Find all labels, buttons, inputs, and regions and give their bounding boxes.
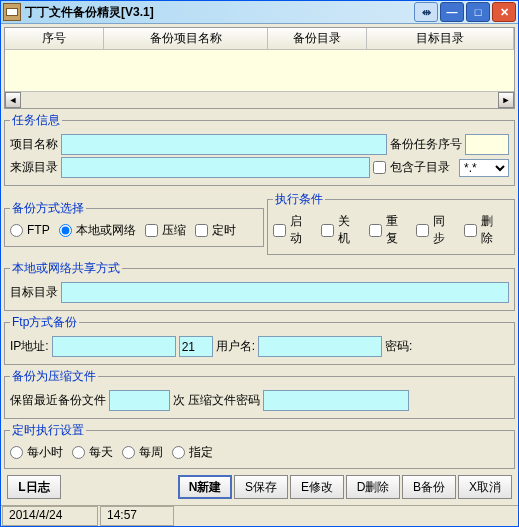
- method-group: 备份方式选择 FTP 本地或网络 压缩 定时: [4, 200, 264, 247]
- method-local-radio[interactable]: 本地或网络: [59, 222, 136, 239]
- zip-count-input[interactable]: [109, 390, 170, 411]
- task-info-legend: 任务信息: [10, 112, 62, 129]
- ftp-legend: Ftp方式备份: [10, 314, 79, 331]
- cond-group: 执行条件 启动 关机 重复 同步 删除: [267, 191, 515, 255]
- sched-group: 定时执行设置 每小时 每天 每周 指定: [4, 422, 515, 469]
- sched-hourly-radio[interactable]: 每小时: [10, 444, 63, 461]
- log-button[interactable]: L日志: [7, 475, 61, 499]
- pattern-select[interactable]: *.*: [459, 159, 509, 177]
- close-button[interactable]: ✕: [492, 2, 516, 22]
- method-ftp-radio[interactable]: FTP: [10, 223, 50, 237]
- scroll-right-button[interactable]: ►: [498, 92, 514, 108]
- minimize-button[interactable]: —: [440, 2, 464, 22]
- cond-delete-check[interactable]: 删除: [464, 213, 503, 247]
- include-sub-check[interactable]: 包含子目录: [373, 159, 450, 176]
- col-target-dir[interactable]: 目标目录: [367, 28, 514, 49]
- scroll-track[interactable]: [21, 92, 498, 108]
- status-date: 2014/4/24: [2, 506, 98, 526]
- source-dir-input[interactable]: [61, 157, 370, 178]
- zip-group: 备份为压缩文件 保留最近备份文件 次 压缩文件密码: [4, 368, 515, 419]
- col-project[interactable]: 备份项目名称: [104, 28, 268, 49]
- backup-list-grid[interactable]: 序号 备份项目名称 备份目录 目标目录 ◄ ►: [4, 27, 515, 109]
- ftp-pwd-label: 密码:: [385, 338, 412, 355]
- target-dir-input[interactable]: [61, 282, 509, 303]
- cancel-button[interactable]: X取消: [458, 475, 512, 499]
- project-name-input[interactable]: [61, 134, 387, 155]
- cond-sync-check[interactable]: 同步: [416, 213, 455, 247]
- cond-start-check[interactable]: 启动: [273, 213, 312, 247]
- cond-legend: 执行条件: [273, 191, 325, 208]
- ftp-ip-label: IP地址:: [10, 338, 49, 355]
- edit-button[interactable]: E修改: [290, 475, 344, 499]
- task-no-input[interactable]: [465, 134, 509, 155]
- new-button[interactable]: N新建: [178, 475, 232, 499]
- method-legend: 备份方式选择: [10, 200, 86, 217]
- zip-legend: 备份为压缩文件: [10, 368, 98, 385]
- ftp-user-input[interactable]: [258, 336, 382, 357]
- method-compress-check[interactable]: 压缩: [145, 222, 186, 239]
- ftp-ip-input[interactable]: [52, 336, 176, 357]
- source-dir-label: 来源目录: [10, 159, 58, 176]
- zip-count-unit: 次: [173, 392, 185, 409]
- ftp-port-input[interactable]: [179, 336, 213, 357]
- cond-shutdown-check[interactable]: 关机: [321, 213, 360, 247]
- method-timed-check[interactable]: 定时: [195, 222, 236, 239]
- ftp-user-label: 用户名:: [216, 338, 255, 355]
- backup-button[interactable]: B备份: [402, 475, 456, 499]
- window-title: 丁丁文件备份精灵[V3.1]: [25, 4, 412, 21]
- sched-daily-radio[interactable]: 每天: [72, 444, 113, 461]
- zip-keep-label: 保留最近备份文件: [10, 392, 106, 409]
- task-info-group: 任务信息 项目名称 备份任务序号 来源目录 包含子目录 *.*: [4, 112, 515, 186]
- pin-button[interactable]: ⇹: [414, 2, 438, 22]
- cond-repeat-check[interactable]: 重复: [369, 213, 408, 247]
- ftp-group: Ftp方式备份 IP地址: 用户名: 密码:: [4, 314, 515, 365]
- status-time: 14:57: [100, 506, 174, 526]
- maximize-button[interactable]: □: [466, 2, 490, 22]
- delete-button[interactable]: D删除: [346, 475, 400, 499]
- sched-weekly-radio[interactable]: 每周: [122, 444, 163, 461]
- save-button[interactable]: S保存: [234, 475, 288, 499]
- task-no-label: 备份任务序号: [390, 136, 462, 153]
- col-backup-dir[interactable]: 备份目录: [268, 28, 367, 49]
- zip-pwd-label: 压缩文件密码: [188, 392, 260, 409]
- app-icon: [3, 3, 21, 21]
- zip-pwd-input[interactable]: [263, 390, 409, 411]
- target-dir-label: 目标目录: [10, 284, 58, 301]
- local-share-legend: 本地或网络共享方式: [10, 260, 122, 277]
- sched-legend: 定时执行设置: [10, 422, 86, 439]
- grid-body[interactable]: [5, 50, 514, 91]
- scroll-left-button[interactable]: ◄: [5, 92, 21, 108]
- sched-custom-radio[interactable]: 指定: [172, 444, 213, 461]
- local-share-group: 本地或网络共享方式 目标目录: [4, 260, 515, 311]
- project-name-label: 项目名称: [10, 136, 58, 153]
- col-seq[interactable]: 序号: [5, 28, 104, 49]
